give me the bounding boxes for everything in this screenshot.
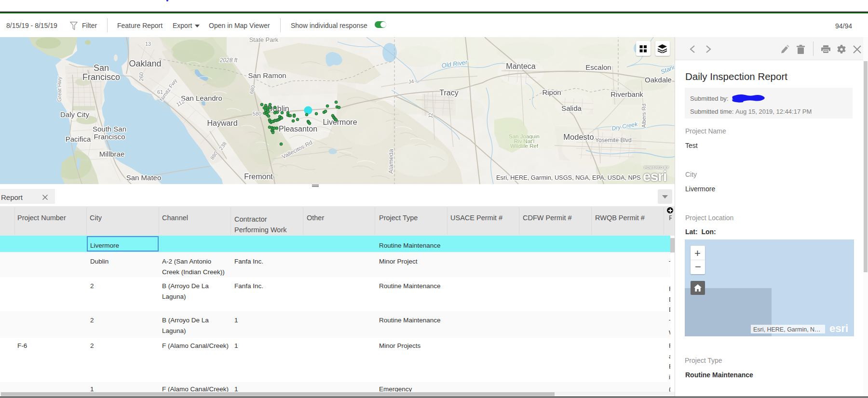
svg-text:Fremont: Fremont	[244, 172, 273, 181]
svg-text:Daly City: Daly City	[60, 110, 90, 119]
svg-text:Oakdale: Oakdale	[645, 76, 672, 84]
svg-text:61: 61	[157, 89, 163, 95]
svg-text:Pacifica: Pacifica	[66, 135, 91, 143]
svg-text:Francisco: Francisco	[94, 133, 125, 141]
svg-text:260: 260	[138, 72, 144, 81]
svg-text:Millbrae: Millbrae	[99, 150, 125, 158]
svg-text:Oakland: Oakland	[129, 59, 161, 68]
svg-text:J2: J2	[428, 113, 434, 119]
svg-text:Riverbank: Riverbank	[610, 90, 643, 98]
svg-text:State Park: State Park	[249, 37, 279, 43]
svg-text:Ripon: Ripon	[542, 88, 561, 96]
svg-text:J4: J4	[408, 78, 414, 85]
svg-text:Esri, HERE, Garmin, USGS, NGA,: Esri, HERE, Garmin, USGS, NGA, EPA, USDA…	[496, 174, 641, 181]
svg-text:Livermore: Livermore	[323, 118, 357, 126]
svg-text:Salida: Salida	[561, 104, 582, 112]
svg-text:Yosemite Blvd: Yosemite Blvd	[595, 137, 632, 144]
svg-text:South San: South San	[93, 125, 126, 133]
svg-text:Albers Rd: Albers Rd	[641, 104, 647, 128]
svg-text:Hayward: Hayward	[207, 119, 237, 127]
svg-text:San Leandro: San Leandro	[181, 94, 222, 102]
svg-text:San: San	[94, 63, 109, 73]
svg-text:13: 13	[145, 41, 151, 47]
svg-text:2028 ft: 2028 ft	[219, 57, 238, 64]
svg-text:580: 580	[253, 111, 261, 117]
svg-text:San Mateo: San Mateo	[126, 173, 162, 182]
svg-text:Great Hwy: Great Hwy	[56, 77, 62, 102]
svg-text:Tracy: Tracy	[439, 89, 458, 97]
svg-text:Alameda: Alameda	[387, 149, 394, 174]
svg-text:Escalon: Escalon	[585, 63, 611, 71]
svg-text:Pleasanton: Pleasanton	[279, 125, 317, 133]
svg-text:Manteca: Manteca	[506, 62, 535, 70]
svg-text:esri: esri	[643, 168, 666, 184]
svg-text:Francisco: Francisco	[82, 72, 120, 82]
svg-text:Modesto: Modesto	[563, 133, 594, 141]
svg-text:San Ramon: San Ramon	[248, 71, 286, 80]
